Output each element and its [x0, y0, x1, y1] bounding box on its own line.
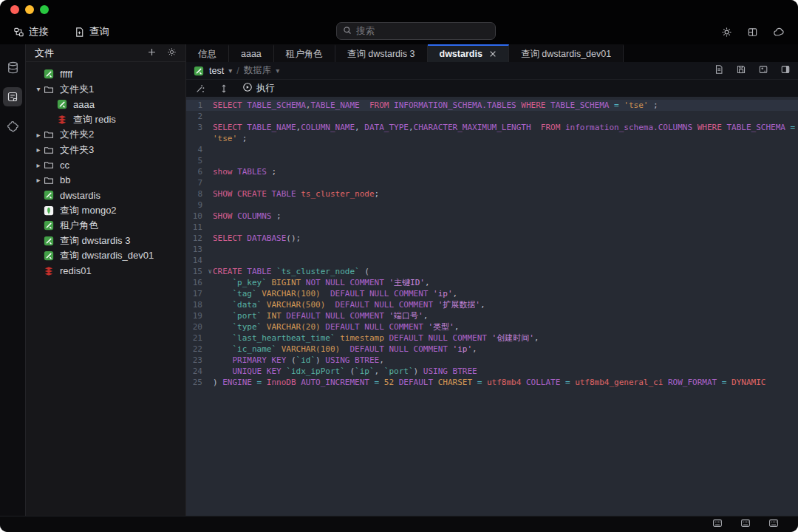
compare-icon[interactable] [758, 64, 768, 78]
fold-arrow-icon[interactable]: ∨ [208, 266, 212, 277]
folder-icon [44, 160, 55, 171]
editor-header-icons [714, 64, 791, 78]
code-line[interactable]: 24 UNIQUE KEY `idx_ipPort` (`ip`, `port`… [186, 366, 798, 377]
add-icon[interactable] [147, 47, 157, 60]
chevron-right-icon[interactable]: ▸ [33, 176, 44, 184]
code-line[interactable]: 12SELECT DATABASE(); [186, 233, 798, 244]
tree-item[interactable]: ▸文件夹2 [26, 127, 185, 143]
tree-item[interactable]: 租户角色 [26, 218, 185, 233]
code-text: 'tse' ; [205, 133, 247, 144]
panel-icon[interactable] [712, 518, 723, 531]
tree-item[interactable]: fffff [26, 66, 185, 82]
tree-item[interactable]: dwstardis [26, 188, 185, 203]
main-area: 文件 fffff▾文件夹1aaaa查询 redis▸文件 [0, 44, 798, 516]
settings-icon[interactable] [167, 47, 177, 60]
search-box[interactable] [336, 22, 496, 40]
chevron-right-icon[interactable]: ▸ [33, 161, 44, 169]
save-icon[interactable] [736, 64, 746, 78]
code-text [205, 155, 213, 166]
tab-查询-dwstardis_dev01[interactable]: 查询 dwstardis_dev01 [509, 44, 624, 62]
code-line[interactable]: 'tse' ; [186, 133, 798, 144]
tree-item[interactable]: ▸文件夹3 [26, 143, 185, 158]
zoom-window-icon[interactable] [40, 5, 49, 14]
execute-button[interactable]: 执行 [242, 82, 275, 95]
tree-item-label: 查询 dwstardis 3 [60, 234, 130, 248]
tab-租户角色[interactable]: 租户角色 [274, 44, 335, 62]
code-line[interactable]: 3SELECT TABLE_NAME,COLUMN_NAME, DATA_TYP… [186, 122, 798, 133]
panel-icon[interactable] [740, 518, 751, 531]
search-input[interactable] [356, 26, 489, 36]
code-line[interactable]: 10SHOW COLUMNS ; [186, 211, 798, 222]
tree-item[interactable]: aaaa [26, 97, 185, 112]
breadcrumb-separator: / [236, 66, 239, 76]
code-line[interactable]: 23 PRIMARY KEY (`id`) USING BTREE, [186, 355, 798, 366]
code-line[interactable]: 1SELECT TABLE_SCHEMA,TABLE_NAME FROM INF… [186, 100, 798, 111]
sql-icon [44, 69, 55, 80]
top-toolbar: 连接 查询 [0, 19, 798, 44]
code-line[interactable]: 9 [186, 200, 798, 211]
tab-查询-dwstardis-3[interactable]: 查询 dwstardis 3 [335, 44, 428, 62]
code-line[interactable]: 6show TABLES ; [186, 166, 798, 177]
query-button[interactable]: 查询 [74, 25, 109, 38]
code-line[interactable]: 22 `ic_name` VARCHAR(100) DEFAULT NULL C… [186, 344, 798, 355]
redis-icon [44, 265, 55, 276]
connect-button[interactable]: 连接 [13, 25, 49, 38]
database-selector[interactable]: 数据库 [244, 64, 272, 77]
beautify-icon[interactable] [195, 83, 205, 94]
code-line[interactable]: 5 [186, 155, 798, 166]
sql-editor[interactable]: 1SELECT TABLE_SCHEMA,TABLE_NAME FROM INF… [186, 97, 798, 516]
console-icon[interactable] [3, 87, 22, 106]
code-line[interactable]: 7 [186, 177, 798, 188]
tree-item[interactable]: 查询 redis [26, 112, 185, 128]
code-line[interactable]: 18 `data` VARCHAR(500) DEFAULT NULL COMM… [186, 299, 798, 310]
close-tab-icon[interactable] [489, 50, 497, 58]
minimize-window-icon[interactable] [25, 5, 34, 14]
tree-item-label: fffff [60, 69, 72, 80]
line-number: 10 [186, 211, 205, 222]
tree-item[interactable]: 查询 mongo2 [26, 203, 185, 219]
tab-aaaa[interactable]: aaaa [229, 44, 274, 62]
code-line[interactable]: 16 `p_key` BIGINT NOT NULL COMMENT '主键ID… [186, 277, 798, 288]
chevron-down-icon[interactable]: ▾ [33, 85, 44, 93]
plugin-icon[interactable] [3, 117, 22, 136]
database-icon[interactable] [3, 58, 22, 77]
panel-icon[interactable] [768, 518, 779, 531]
line-number: 25 [186, 377, 205, 388]
layout-icon[interactable] [747, 27, 758, 38]
code-line[interactable]: 2 [186, 111, 798, 122]
code-line[interactable]: 17 `tag` VARCHAR(100) DEFAULT NULL COMME… [186, 288, 798, 299]
tree-item[interactable]: redis01 [26, 264, 185, 279]
code-line[interactable]: 21 `last_heartbeat_time` timestamp DEFAU… [186, 332, 798, 344]
code-line[interactable]: 15∨CREATE TABLE `ts_cluster_node` ( [186, 266, 798, 277]
tree-item[interactable]: 查询 dwstardis 3 [26, 233, 185, 249]
code-text: SHOW COLUMNS ; [205, 211, 282, 222]
code-line[interactable]: 25) ENGINE = InnoDB AUTO_INCREMENT = 52 … [186, 377, 798, 388]
tree-item[interactable]: ▸bb [26, 173, 185, 188]
play-circle-icon [242, 82, 253, 95]
code-line[interactable]: 20 `type` VARCHAR(20) DEFAULT NULL COMME… [186, 321, 798, 332]
panel-toggle-icon[interactable] [780, 64, 791, 78]
code-text: `ic_name` VARCHAR(100) DEFAULT NULL COMM… [205, 344, 477, 355]
close-window-icon[interactable] [10, 5, 19, 14]
new-file-icon[interactable] [714, 64, 724, 78]
chevron-right-icon[interactable]: ▸ [33, 146, 44, 154]
tab-dwstardis[interactable]: dwstardis [428, 44, 509, 62]
settings-icon[interactable] [721, 27, 732, 38]
tab-信息[interactable]: 信息 [186, 44, 229, 62]
fold-icon[interactable] [219, 83, 229, 94]
tree-item[interactable]: 查询 dwstardis_dev01 [26, 248, 185, 264]
sql-icon [57, 99, 68, 110]
code-line[interactable]: 19 `port` INT DEFAULT NULL COMMENT '端口号'… [186, 310, 798, 321]
code-line[interactable]: 14 [186, 255, 798, 266]
code-line[interactable]: 11 [186, 222, 798, 233]
tree-item[interactable]: ▸cc [26, 157, 185, 173]
code-line[interactable]: 13 [186, 244, 798, 255]
connection-breadcrumb[interactable]: test ▾ / 数据库 ▾ [194, 64, 279, 77]
code-line[interactable]: 8SHOW CREATE TABLE ts_cluster_node; [186, 188, 798, 200]
line-number: 13 [186, 244, 205, 255]
code-line[interactable]: 4 [186, 144, 798, 155]
tree-item[interactable]: ▾文件夹1 [26, 82, 185, 98]
cloud-sync-icon[interactable] [773, 27, 785, 38]
tab-label: 查询 dwstardis_dev01 [521, 48, 611, 61]
chevron-right-icon[interactable]: ▸ [33, 131, 44, 139]
